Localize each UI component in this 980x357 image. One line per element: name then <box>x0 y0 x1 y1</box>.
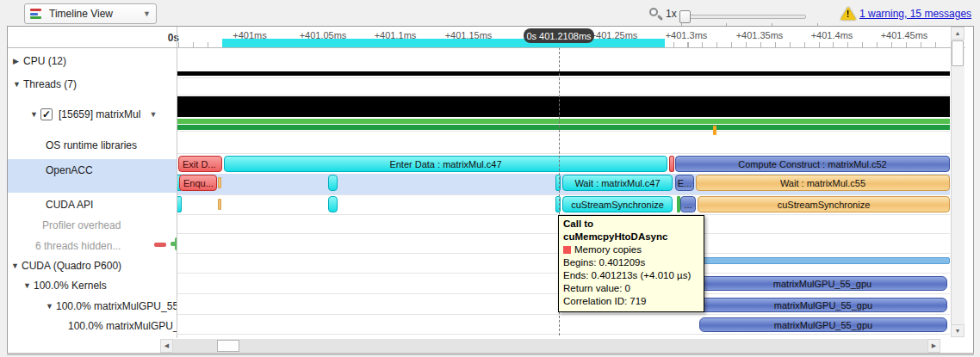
messages-link[interactable]: 1 warning, 15 messages <box>859 8 971 20</box>
openacc-event-tick[interactable] <box>218 177 221 188</box>
zoom-level-label: 1x <box>666 8 677 20</box>
sidebar-item-label: CUDA (Quadro P600) <box>22 260 121 272</box>
cuda-api-small-bar[interactable] <box>328 196 338 212</box>
vertical-scrollbar-thumb[interactable] <box>952 40 964 66</box>
ruler-tick-label: +401.35ms <box>736 30 784 40</box>
tooltip-return-value: Return value: 0 <box>563 282 699 295</box>
ruler-tick-label: +401.3ms <box>666 30 708 40</box>
ruler-divider <box>8 47 965 48</box>
horizontal-scrollbar-thumb[interactable] <box>217 340 239 352</box>
nvvp-timeline-window: Timeline View ▼ 1x ! 1 warning, 15 messa… <box>0 0 980 357</box>
sidebar-item-label: 6 threads hidden... <box>35 240 121 252</box>
thread-state-band[interactable] <box>177 125 950 130</box>
chevron-down-icon[interactable]: ▼ <box>149 110 157 119</box>
hide-thread-icon[interactable] <box>154 243 166 247</box>
tooltip-correlation-id: Correlation ID: 719 <box>563 295 699 308</box>
expand-arrow-icon[interactable]: ▼ <box>13 80 23 89</box>
view-mode-dropdown[interactable]: Timeline View ▼ <box>24 3 157 24</box>
row-separator <box>177 334 950 335</box>
scroll-down-icon[interactable]: ▼ <box>951 324 964 337</box>
ruler-tick-label: +401.45ms <box>881 30 928 40</box>
cpu-activity-band[interactable] <box>177 71 950 76</box>
tooltip-ends: Ends: 0.401213s (+4.010 µs) <box>563 269 699 282</box>
warning-triangle-icon: ! <box>840 7 856 20</box>
sidebar-item-label: Profiler overhead <box>42 219 121 231</box>
collapse-arrow-icon[interactable]: ▶ <box>13 57 23 65</box>
cuda-api-stream-sync-bar[interactable]: cuStreamSynchronize <box>562 196 673 212</box>
sidebar-item-kernels[interactable]: ▼ 100.0% Kernels <box>8 276 177 294</box>
cuda-api-stream-sync-bar-2[interactable]: cuStreamSynchronize <box>698 196 950 212</box>
event-tooltip: Call to cuMemcpyHtoDAsync Memory copies … <box>558 215 704 312</box>
sidebar-item-label: 100.0% matrixMulGPU_55_gpu <box>56 300 177 312</box>
openacc-wait-c55-bar[interactable]: Wait : matrixMul.c55 <box>696 175 950 191</box>
sidebar-item-cpu[interactable]: ▶ CPU (12) <box>8 52 177 70</box>
scroll-right-icon[interactable]: ▶ <box>927 339 940 353</box>
timeline-layers-icon <box>30 8 43 20</box>
openacc-compute-construct-bar[interactable]: Compute Construct : matrixMul.c52 <box>675 156 950 172</box>
openacc-small-bar[interactable] <box>328 175 338 191</box>
sidebar-item-label: OpenACC <box>46 164 93 176</box>
row-separator <box>177 77 950 78</box>
sidebar-item-openacc[interactable]: OpenACC <box>8 161 177 179</box>
memcpy-band[interactable] <box>698 257 950 264</box>
openacc-wait-c47-bar[interactable]: Wait : matrixMul.c47 <box>562 175 673 191</box>
scroll-up-icon[interactable]: ▲ <box>951 27 964 40</box>
thread-state-running-band[interactable] <box>177 119 950 124</box>
sidebar-item-kernel-group[interactable]: ▼ 100.0% matrixMulGPU_55_gpu <box>8 297 177 315</box>
zoom-slider-thumb[interactable] <box>679 10 691 23</box>
thread-checkbox[interactable]: ✓ <box>40 108 53 120</box>
sidebar-item-label: OS runtime libraries <box>46 139 137 151</box>
openacc-sliver-bar[interactable] <box>555 175 561 191</box>
sidebar-item-os-runtime[interactable]: OS runtime libraries <box>8 136 177 154</box>
kernel-bar[interactable]: matrixMulGPU_55_gpu <box>698 276 947 291</box>
expand-arrow-icon[interactable]: ▼ <box>30 110 40 119</box>
sidebar-item-label: CPU (12) <box>23 55 66 67</box>
zoom-slider-track[interactable] <box>679 15 806 19</box>
sidebar-item-matrixmul-thread[interactable]: ▼ ✓ [15659] matrixMul ▼ <box>8 105 177 123</box>
row-separator <box>177 95 950 95</box>
sidebar-item-label: 100.0% Kernels <box>34 280 107 292</box>
expand-arrow-icon[interactable]: ▼ <box>46 302 56 311</box>
tooltip-title: Call to cuMemcpyHtoDAsync <box>563 218 699 243</box>
row-separator <box>177 153 950 154</box>
sidebar-item-kernel-leaf[interactable]: 100.0% matrixMulGPU_55_gp <box>8 317 177 335</box>
os-runtime-event-tick[interactable] <box>713 126 716 135</box>
sidebar-item-label: 100.0% matrixMulGPU_55_gp <box>68 320 177 332</box>
memory-copies-swatch-icon <box>563 246 571 254</box>
kernel-bar[interactable]: matrixMulGPU_55_gpu <box>699 317 947 332</box>
row-separator <box>177 194 950 195</box>
magnifier-icon <box>649 8 663 22</box>
kernel-bar[interactable]: matrixMulGPU_55_gpu <box>699 298 947 312</box>
vertical-scrollbar[interactable] <box>951 27 964 337</box>
openacc-exit-data-bar[interactable]: Exit D... <box>178 156 222 172</box>
openacc-exit-sliver-bar[interactable] <box>669 156 674 172</box>
sidebar-item-threads[interactable]: ▼ Threads (7) <box>8 75 177 93</box>
openacc-enter-data-bar[interactable]: Enter Data : matrixMul.c47 <box>224 156 667 172</box>
row-separator <box>177 314 950 315</box>
sidebar-item-threads-hidden[interactable]: 6 threads hidden... <box>8 237 177 255</box>
ruler-selection-range[interactable] <box>222 39 665 47</box>
panel-bottom-edge <box>7 353 974 355</box>
view-mode-label: Timeline View <box>49 8 143 20</box>
expand-arrow-icon[interactable]: ▼ <box>11 262 22 270</box>
sidebar-item-profiler-overhead[interactable]: Profiler overhead <box>8 216 177 234</box>
tooltip-begins: Begins: 0.401209s <box>563 256 699 269</box>
openacc-enqueue-bar[interactable]: Enqu... <box>179 175 217 191</box>
horizontal-scrollbar[interactable] <box>160 339 940 353</box>
expand-arrow-icon[interactable]: ▼ <box>23 281 34 290</box>
sidebar-item-cuda-api[interactable]: CUDA API <box>8 195 177 213</box>
sidebar-item-cuda-device[interactable]: ▼ CUDA (Quadro P600) <box>8 256 177 274</box>
process-activity-band[interactable] <box>177 96 950 117</box>
cuda-api-event-tick[interactable] <box>218 199 221 210</box>
chevron-down-icon: ▼ <box>143 9 151 18</box>
time-marker-badge[interactable]: 0s 401.2108ms <box>524 28 594 43</box>
cuda-api-sliver-bar[interactable] <box>555 196 561 212</box>
tooltip-category: Memory copies <box>574 243 642 256</box>
sidebar-item-label: CUDA API <box>46 199 93 211</box>
sidebar-divider <box>177 27 177 338</box>
cuda-api-dots-bar[interactable]: ... <box>680 196 696 212</box>
show-thread-icon[interactable] <box>171 237 177 250</box>
scroll-left-icon[interactable]: ◀ <box>160 339 173 353</box>
openacc-e-bar[interactable]: E... <box>675 175 694 191</box>
ruler-origin-label: 0s <box>152 32 179 44</box>
